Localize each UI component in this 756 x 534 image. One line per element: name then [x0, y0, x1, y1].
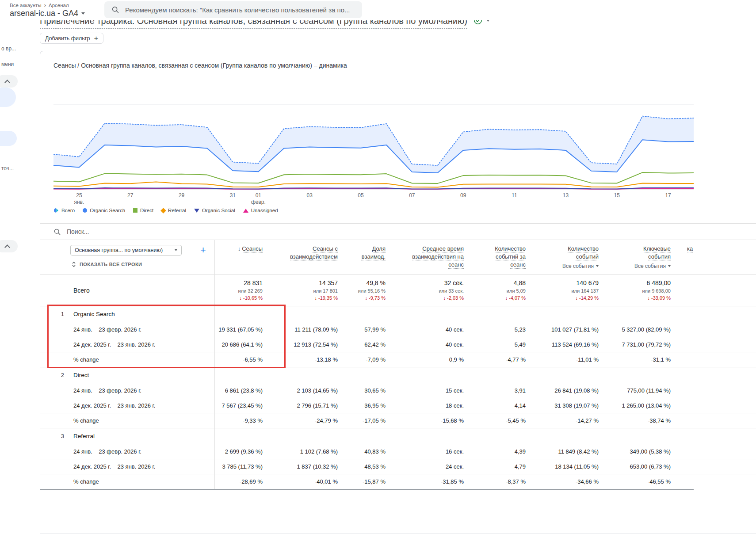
global-search-bar[interactable] [104, 1, 362, 18]
metric-cell: 3,91 [467, 387, 529, 394]
table-row[interactable]: 24 янв. – 23 февр. 2026 г.6 861 (23,8 %)… [40, 383, 756, 398]
table-row[interactable]: % change-28,69 %-40,01 %-15,87 %-31,85 %… [40, 474, 756, 489]
show-all-rows-button[interactable]: ПОКАЗАТЬ ВСЕ СТРОКИ [71, 261, 142, 267]
down-arrow-icon: ↓ [365, 295, 369, 301]
collapse-section-button[interactable] [0, 240, 18, 252]
metric-cell: 30,65 % [341, 387, 389, 394]
metric-cell: 20 686 (64,1 %) [215, 341, 266, 348]
x-axis-tick: 09 [460, 192, 466, 198]
metric-cell: -28,69 % [215, 478, 266, 485]
metric-cell: 11 849 (8,42 %) [529, 448, 602, 455]
table-row[interactable]: 24 дек. 2025 г. – 23 янв. 2026 г.3 785 (… [40, 459, 756, 474]
add-filter-label: Добавить фильтр [45, 35, 90, 42]
table-row[interactable]: 24 дек. 2025 г. – 23 янв. 2026 г.7 567 (… [40, 398, 756, 413]
table-row[interactable]: 1Organic Search [40, 306, 756, 322]
table-row[interactable]: 3Referral [40, 428, 756, 444]
breadcrumb: Все аккаунты › Арсенал [10, 2, 69, 8]
metric-cell: 5,23 [467, 326, 529, 333]
x-axis-tick: 11 [512, 192, 517, 198]
breadcrumb-all-accounts[interactable]: Все аккаунты [10, 3, 42, 8]
period-label: 24 янв. – 23 февр. 2026 г. [40, 387, 141, 394]
change-label: % change [40, 417, 99, 424]
column-header-event-count[interactable]: Количество событий Все события [529, 240, 602, 274]
key-event-filter-dropdown[interactable]: Все события [634, 263, 671, 269]
metric-cell: -14,27 % [529, 417, 602, 424]
metric-cell: 0,9 % [389, 356, 467, 363]
nav-item-fragment[interactable]: мени [1, 61, 14, 67]
metric-cell: 15 сек. [389, 387, 467, 394]
event-filter-dropdown[interactable]: Все события [562, 263, 599, 269]
column-header-sessions[interactable]: ↓Сеансы [215, 240, 266, 274]
metric-cell: 2 699 (9,36 %) [215, 448, 266, 455]
metric-cell: -34,66 % [529, 478, 602, 485]
totals-cell: 140 679или 164 137↓ -14,29 % [529, 279, 602, 301]
active-nav-highlight[interactable] [0, 131, 17, 146]
legend-label: Referral [168, 208, 186, 213]
table-body: 1Organic Search24 янв. – 23 февр. 2026 г… [40, 306, 756, 489]
table-search-bar[interactable] [40, 223, 756, 240]
channel-name: Referral [73, 433, 95, 439]
column-header-cut[interactable]: ка [674, 240, 756, 274]
add-dimension-button[interactable]: + [200, 245, 206, 255]
metric-cell: 113 524 (69,16 %) [529, 341, 602, 348]
table-row[interactable]: 24 дек. 2025 г. – 23 янв. 2026 г.20 686 … [40, 337, 756, 352]
global-search-input[interactable] [125, 6, 355, 14]
circle-icon [83, 208, 87, 213]
change-label: % change [40, 478, 99, 485]
row-index: 2 [58, 372, 64, 378]
down-arrow-icon: ↓ [647, 295, 651, 301]
legend-item-organic-social[interactable]: Organic Social [194, 208, 235, 213]
x-axis-tick: 27 [127, 192, 134, 198]
table-row[interactable]: 2Direct [40, 367, 756, 383]
chevron-down-icon [81, 12, 85, 15]
legend-item-total[interactable]: Всего [53, 208, 75, 213]
column-header-key-events[interactable]: Ключевые события Все события [602, 240, 674, 274]
metric-cell: -17,05 % [341, 417, 389, 424]
metric-cell: 12 913 (72,54 %) [266, 341, 341, 348]
table-row[interactable]: % change-9,33 %-24,79 %-17,05 %-15,68 %-… [40, 413, 756, 428]
channel-name: Organic Search [73, 311, 115, 317]
legend-item-referral[interactable]: Referral [161, 208, 186, 213]
trend-chart[interactable]: 25янв.27293101февр.0305070911131517 [53, 69, 694, 206]
metric-cell: -4,77 % [467, 356, 529, 363]
add-filter-button[interactable]: Добавить фильтр + [40, 33, 103, 44]
legend-item-direct[interactable]: Direct [133, 208, 153, 213]
total-band-fill [53, 116, 694, 173]
metric-cell: -15,87 % [341, 478, 389, 485]
column-header-events-per-session[interactable]: Количество событий за сеанс [467, 240, 529, 274]
metric-cell: 18 134 (11,05 %) [529, 463, 602, 470]
dimension-dropdown[interactable]: Основная группа... по умолчанию) [70, 245, 182, 256]
metric-cell: 7 731,00 (79,72 %) [602, 341, 674, 348]
legend-item-organic-search[interactable]: Organic Search [83, 208, 125, 213]
column-header-avg-engagement-time[interactable]: Среднее время взаимодействия на сеанс [389, 240, 467, 274]
property-name: arsenal-ic.ua - GA4 [10, 9, 78, 18]
nav-item-fragment[interactable]: о вр... [1, 46, 16, 52]
collapse-section-button[interactable] [0, 75, 18, 88]
column-header-engaged-sessions[interactable]: Сеансы с взаимодействием [266, 240, 341, 274]
property-selector[interactable]: arsenal-ic.ua - GA4 [10, 9, 85, 18]
metric-cell: 48,53 % [341, 463, 389, 470]
active-nav-highlight[interactable] [0, 88, 16, 107]
total-legend-icon [53, 208, 59, 213]
dimension-cell: 24 дек. 2025 г. – 23 янв. 2026 г. [40, 459, 215, 474]
dimension-cell: 24 дек. 2025 г. – 23 янв. 2026 г. [40, 398, 215, 413]
top-bar: Все аккаунты › Арсенал arsenal-ic.ua - G… [0, 0, 756, 20]
table-row[interactable]: % change-6,55 %-13,18 %-7,09 %0,9 %-4,77… [40, 352, 756, 367]
metric-cell: -9,33 % [215, 417, 266, 424]
search-icon [111, 6, 119, 14]
dimension-cell: 2Direct [40, 367, 215, 383]
down-arrow-icon: ↓ [575, 295, 579, 301]
channel-name: Direct [73, 372, 89, 378]
metric-cell: 36,95 % [341, 402, 389, 409]
breadcrumb-account[interactable]: Арсенал [49, 3, 69, 8]
x-axis-tick: 15 [614, 192, 620, 198]
table-row[interactable]: 24 янв. – 23 февр. 2026 г.19 331 (67,05 … [40, 322, 756, 337]
horizontal-scrollbar[interactable] [40, 489, 694, 490]
metric-cell: 653,00 (6,73 %) [602, 463, 674, 470]
nav-item-fragment[interactable]: точ... [1, 165, 14, 172]
table-search-input[interactable] [67, 228, 756, 235]
legend-item-unassigned[interactable]: Unassigned [243, 208, 278, 213]
column-header-engagement-rate[interactable]: Доля взаимод. [341, 240, 389, 274]
metric-cell: 7 567 (23,45 %) [215, 402, 266, 409]
table-row[interactable]: 24 янв. – 23 февр. 2026 г.2 699 (9,36 %)… [40, 444, 756, 459]
